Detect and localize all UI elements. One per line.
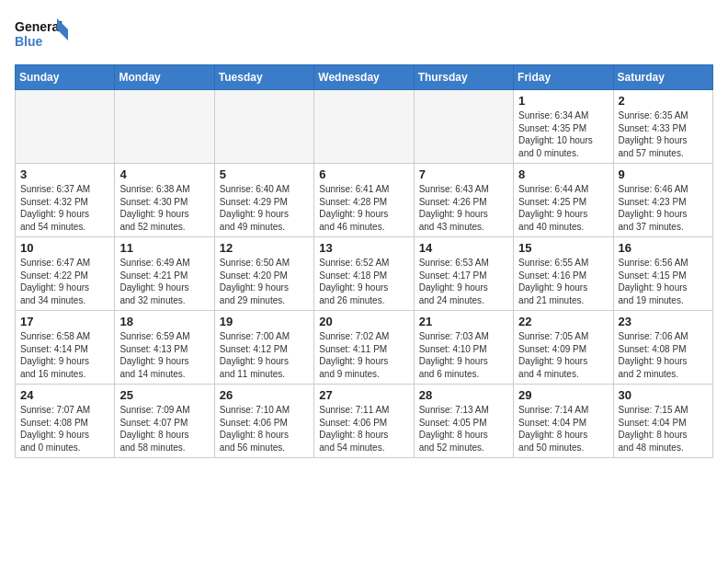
day-info: Sunrise: 7:14 AM Sunset: 4:04 PM Dayligh… [518,404,608,454]
weekday-header-wednesday: Wednesday [314,65,414,90]
day-number: 21 [419,315,508,328]
day-info: Sunrise: 7:06 AM Sunset: 4:08 PM Dayligh… [619,330,708,380]
calendar-cell: 5Sunrise: 6:40 AM Sunset: 4:29 PM Daylig… [214,164,313,237]
day-info: Sunrise: 6:56 AM Sunset: 4:15 PM Dayligh… [619,257,708,306]
logo: GeneralBlue [15,15,70,55]
day-info: Sunrise: 6:34 AM Sunset: 4:35 PM Dayligh… [518,109,608,159]
day-number: 19 [220,315,309,328]
calendar-cell: 18Sunrise: 6:59 AM Sunset: 4:13 PM Dayli… [115,311,214,385]
day-info: Sunrise: 7:13 AM Sunset: 4:05 PM Dayligh… [419,404,508,454]
day-info: Sunrise: 6:53 AM Sunset: 4:17 PM Dayligh… [419,257,508,306]
calendar-cell: 2Sunrise: 6:35 AM Sunset: 4:33 PM Daylig… [613,90,712,164]
day-info: Sunrise: 6:37 AM Sunset: 4:32 PM Dayligh… [20,183,109,233]
calendar-cell: 21Sunrise: 7:03 AM Sunset: 4:10 PM Dayli… [414,311,513,385]
calendar-cell: 14Sunrise: 6:53 AM Sunset: 4:17 PM Dayli… [414,237,513,311]
day-number: 3 [20,167,109,181]
day-info: Sunrise: 7:02 AM Sunset: 4:11 PM Dayligh… [319,330,408,380]
day-number: 28 [419,388,508,402]
calendar-cell: 24Sunrise: 7:07 AM Sunset: 4:08 PM Dayli… [16,385,115,458]
day-info: Sunrise: 6:40 AM Sunset: 4:29 PM Dayligh… [220,183,309,233]
day-number: 24 [20,388,109,402]
page-header: GeneralBlue [15,15,713,55]
day-info: Sunrise: 7:09 AM Sunset: 4:07 PM Dayligh… [119,404,209,454]
day-number: 23 [619,315,708,328]
day-info: Sunrise: 7:15 AM Sunset: 4:04 PM Dayligh… [619,404,708,454]
calendar-cell: 4Sunrise: 6:38 AM Sunset: 4:30 PM Daylig… [115,164,214,237]
svg-text:General: General [15,19,63,34]
day-number: 20 [319,315,408,328]
day-number: 25 [119,388,209,402]
weekday-header-monday: Monday [115,65,214,90]
calendar-table: SundayMondayTuesdayWednesdayThursdayFrid… [15,64,713,458]
calendar-cell: 13Sunrise: 6:52 AM Sunset: 4:18 PM Dayli… [314,237,414,311]
day-number: 5 [220,167,309,181]
day-number: 9 [619,167,708,181]
weekday-header-friday: Friday [514,65,613,90]
calendar-cell: 25Sunrise: 7:09 AM Sunset: 4:07 PM Dayli… [115,385,214,458]
weekday-header-sunday: Sunday [16,65,115,90]
day-number: 12 [220,241,309,255]
weekday-header-saturday: Saturday [613,65,712,90]
day-info: Sunrise: 6:35 AM Sunset: 4:33 PM Dayligh… [619,109,708,159]
calendar-cell: 9Sunrise: 6:46 AM Sunset: 4:23 PM Daylig… [613,164,712,237]
day-info: Sunrise: 6:50 AM Sunset: 4:20 PM Dayligh… [220,257,309,306]
svg-marker-3 [57,29,68,40]
calendar-cell: 29Sunrise: 7:14 AM Sunset: 4:04 PM Dayli… [514,385,613,458]
weekday-header-tuesday: Tuesday [214,65,313,90]
week-row-4: 17Sunrise: 6:58 AM Sunset: 4:14 PM Dayli… [16,311,713,385]
day-info: Sunrise: 7:07 AM Sunset: 4:08 PM Dayligh… [20,404,109,454]
calendar-cell: 15Sunrise: 6:55 AM Sunset: 4:16 PM Dayli… [514,237,613,311]
calendar-cell: 3Sunrise: 6:37 AM Sunset: 4:32 PM Daylig… [16,164,115,237]
day-info: Sunrise: 6:58 AM Sunset: 4:14 PM Dayligh… [20,330,109,380]
day-number: 1 [518,94,608,108]
day-info: Sunrise: 6:41 AM Sunset: 4:28 PM Dayligh… [319,183,408,233]
day-info: Sunrise: 7:03 AM Sunset: 4:10 PM Dayligh… [419,330,508,380]
calendar-cell: 12Sunrise: 6:50 AM Sunset: 4:20 PM Dayli… [214,237,313,311]
day-info: Sunrise: 6:46 AM Sunset: 4:23 PM Dayligh… [619,183,708,233]
day-number: 16 [619,241,708,255]
calendar-cell: 10Sunrise: 6:47 AM Sunset: 4:22 PM Dayli… [16,237,115,311]
day-info: Sunrise: 7:00 AM Sunset: 4:12 PM Dayligh… [220,330,309,380]
day-info: Sunrise: 6:47 AM Sunset: 4:22 PM Dayligh… [20,257,109,306]
svg-text:Blue: Blue [15,34,43,49]
day-info: Sunrise: 6:49 AM Sunset: 4:21 PM Dayligh… [119,257,209,306]
calendar-cell: 28Sunrise: 7:13 AM Sunset: 4:05 PM Dayli… [414,385,513,458]
day-number: 4 [119,167,209,181]
calendar-cell: 27Sunrise: 7:11 AM Sunset: 4:06 PM Dayli… [314,385,414,458]
day-number: 7 [419,167,508,181]
day-number: 6 [319,167,408,181]
calendar-cell [414,90,513,164]
day-number: 13 [319,241,408,255]
day-number: 15 [518,241,608,255]
calendar-cell: 8Sunrise: 6:44 AM Sunset: 4:25 PM Daylig… [514,164,613,237]
calendar-cell: 19Sunrise: 7:00 AM Sunset: 4:12 PM Dayli… [214,311,313,385]
calendar-cell: 23Sunrise: 7:06 AM Sunset: 4:08 PM Dayli… [613,311,712,385]
day-number: 18 [119,315,209,328]
day-info: Sunrise: 6:44 AM Sunset: 4:25 PM Dayligh… [518,183,608,233]
calendar-cell: 26Sunrise: 7:10 AM Sunset: 4:06 PM Dayli… [214,385,313,458]
day-number: 30 [619,388,708,402]
day-number: 10 [20,241,109,255]
week-row-3: 10Sunrise: 6:47 AM Sunset: 4:22 PM Dayli… [16,237,713,311]
calendar-cell [314,90,414,164]
day-info: Sunrise: 6:43 AM Sunset: 4:26 PM Dayligh… [419,183,508,233]
calendar-cell: 7Sunrise: 6:43 AM Sunset: 4:26 PM Daylig… [414,164,513,237]
logo-svg: GeneralBlue [15,15,70,55]
calendar-cell [16,90,115,164]
day-info: Sunrise: 7:10 AM Sunset: 4:06 PM Dayligh… [220,404,309,454]
day-number: 14 [419,241,508,255]
calendar-cell: 17Sunrise: 6:58 AM Sunset: 4:14 PM Dayli… [16,311,115,385]
day-info: Sunrise: 6:55 AM Sunset: 4:16 PM Dayligh… [518,257,608,306]
calendar-cell: 22Sunrise: 7:05 AM Sunset: 4:09 PM Dayli… [514,311,613,385]
week-row-1: 1Sunrise: 6:34 AM Sunset: 4:35 PM Daylig… [16,90,713,164]
day-info: Sunrise: 6:52 AM Sunset: 4:18 PM Dayligh… [319,257,408,306]
day-info: Sunrise: 6:38 AM Sunset: 4:30 PM Dayligh… [119,183,209,233]
day-number: 29 [518,388,608,402]
calendar-cell [115,90,214,164]
day-number: 27 [319,388,408,402]
day-info: Sunrise: 7:11 AM Sunset: 4:06 PM Dayligh… [319,404,408,454]
day-number: 17 [20,315,109,328]
calendar-cell [214,90,313,164]
calendar-cell: 11Sunrise: 6:49 AM Sunset: 4:21 PM Dayli… [115,237,214,311]
calendar-cell: 6Sunrise: 6:41 AM Sunset: 4:28 PM Daylig… [314,164,414,237]
